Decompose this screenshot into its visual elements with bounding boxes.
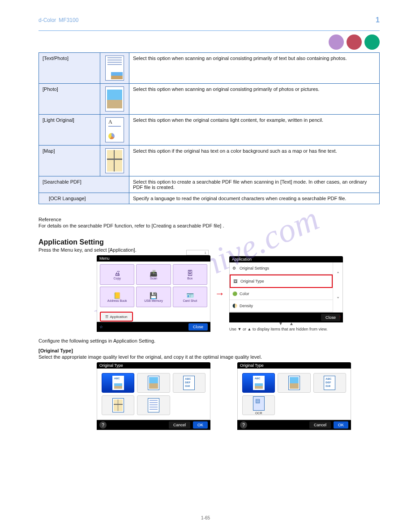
text-icon <box>183 376 195 390</box>
ocr-icon <box>253 396 265 411</box>
textphoto-icon <box>253 376 265 390</box>
menu-tile-card[interactable]: Card Shot <box>173 287 207 307</box>
mode-dots <box>39 34 380 50</box>
tile-label: Card Shot <box>183 299 197 302</box>
original-type-screen-a: Original Type ? Cancel OK <box>97 362 210 430</box>
scrollbar[interactable]: ˄ ˅ <box>333 262 342 312</box>
ot-tile-photo[interactable] <box>278 373 310 393</box>
copy-counter: 1 <box>186 250 209 255</box>
list-item-label: Original Settings <box>240 266 269 270</box>
row-thumb <box>100 53 129 84</box>
ot-tile-text[interactable] <box>313 373 346 393</box>
titlebar: Original Type <box>97 362 210 369</box>
row-desc: Specify a language to read the original … <box>129 193 380 204</box>
dot-red <box>347 34 362 50</box>
cancel-button[interactable]: Cancel <box>309 421 331 429</box>
thumb-light-icon: A <box>105 117 124 142</box>
app-list-body: ⚙Original Settings 🖼Original Type 🟢Color… <box>229 262 343 313</box>
list-item-label: Color <box>240 292 249 296</box>
cancel-button[interactable]: Cancel <box>169 421 190 429</box>
row-desc: Select this option when scanning an orig… <box>129 84 380 115</box>
list-item[interactable]: ⚙Original Settings <box>230 262 333 275</box>
table-row: [Photo] Select this option when scanning… <box>39 84 380 115</box>
ok-button[interactable]: OK <box>334 421 348 429</box>
dot-green <box>364 34 380 50</box>
menu-tile-scan[interactable]: Scan <box>136 264 171 285</box>
list-item-original-type[interactable]: 🖼Original Type <box>230 275 333 288</box>
tile-label: Address Book <box>107 299 127 302</box>
row-thumb: A <box>100 115 129 146</box>
card-icon <box>186 292 194 299</box>
menu-tile-copy[interactable]: Copy <box>100 264 134 285</box>
ot-body: OCR <box>237 369 351 420</box>
page-header: d-Color MF3100 1 <box>39 16 380 24</box>
scroll-up-icon[interactable]: ˄ <box>333 262 342 287</box>
ot-tile-photo[interactable] <box>137 373 170 393</box>
ot-title: [Original Type] <box>39 348 380 353</box>
tile-label: USB Memory <box>144 299 163 302</box>
ot-tile-map[interactable] <box>102 395 134 415</box>
section-title: Application Setting <box>39 238 380 246</box>
textphoto-icon <box>112 376 124 390</box>
table-row: [Light Original] A Select this option wh… <box>39 115 380 146</box>
original-type-screen-b: Original Type OCR ? Cancel <box>237 362 351 430</box>
photo-icon <box>288 376 300 390</box>
ot-tile-light[interactable] <box>137 395 170 415</box>
box-icon <box>187 270 193 277</box>
row-label: [Light Original] <box>39 115 100 146</box>
menu-tile-usb[interactable]: USB Memory <box>136 287 171 307</box>
ot-tile-ocr[interactable]: OCR <box>242 395 275 415</box>
step1-figures: 1 Menu Copy Scan Box Address Book USB Me… <box>97 255 380 332</box>
light-icon <box>148 398 159 412</box>
table-row: [Searchable PDF] Select this option to c… <box>39 176 380 193</box>
addressbook-icon <box>113 292 121 299</box>
list-item[interactable]: 🌓Density <box>230 300 333 312</box>
map-icon <box>112 398 124 412</box>
breadcrumb: d-Color MF3100 <box>39 17 78 23</box>
ot-tile-textphoto[interactable] <box>102 373 134 393</box>
photo-icon <box>148 376 159 390</box>
menu-body: Copy Scan Box Address Book USB Memory Ca… <box>97 262 210 322</box>
ok-button[interactable]: OK <box>193 421 208 429</box>
scroll-down-icon[interactable]: ˅ <box>333 287 342 312</box>
text-icon <box>324 376 335 390</box>
thumb-textphoto-icon <box>105 56 124 81</box>
row-label: [Searchable PDF] <box>39 176 129 193</box>
help-icon[interactable]: ? <box>240 421 247 429</box>
ot-figures: Original Type ? Cancel OK <box>97 362 380 430</box>
right-arrow-icon: → <box>215 288 225 300</box>
list-icon <box>105 315 110 319</box>
image-type-table: [Text/Photo] Select this option when sca… <box>39 52 380 204</box>
list-item[interactable]: 🟢Color <box>230 288 333 300</box>
dot-purple <box>329 34 344 50</box>
doc-icon: 🖼 <box>233 279 240 283</box>
titlebar: Original Type <box>237 362 351 369</box>
row-label: [Map] <box>39 146 100 176</box>
application-button[interactable]: Application <box>100 312 133 322</box>
title-text: Original Type <box>240 363 264 368</box>
section-step2: Configure the following settings in Appl… <box>39 338 380 343</box>
ot-tile-text[interactable] <box>173 373 206 393</box>
ot-tile-textphoto[interactable] <box>242 373 275 393</box>
page-number: 1-65 <box>201 515 210 520</box>
menu-tile-box[interactable]: Box <box>173 264 207 285</box>
list-item-label: Density <box>240 304 253 308</box>
star-icon[interactable]: ☆ <box>99 325 103 329</box>
close-button[interactable]: Close <box>188 323 208 330</box>
row-desc: Select this option to create a searchabl… <box>129 176 380 193</box>
settings-icon: ⚙ <box>232 266 240 270</box>
titlebar: Menu <box>97 255 210 262</box>
ocr-label: OCR <box>255 412 262 415</box>
section-step1: Press the Menu key, and select [Applicat… <box>39 247 380 253</box>
scroll-hint: ▼ ▲ <box>229 321 343 326</box>
list-item-label: Original Type <box>240 279 264 283</box>
tile-label: Copy <box>113 277 120 280</box>
table-row: [OCR Language] Specify a language to rea… <box>39 193 380 204</box>
tile-label: Scan <box>150 277 157 280</box>
close-button[interactable]: Close <box>321 314 340 321</box>
menu-tile-addr[interactable]: Address Book <box>100 287 134 307</box>
help-icon[interactable]: ? <box>99 421 107 429</box>
app-button-label: Application <box>110 315 127 319</box>
title-text: Menu <box>99 256 110 261</box>
title-text: Original Type <box>99 363 123 368</box>
